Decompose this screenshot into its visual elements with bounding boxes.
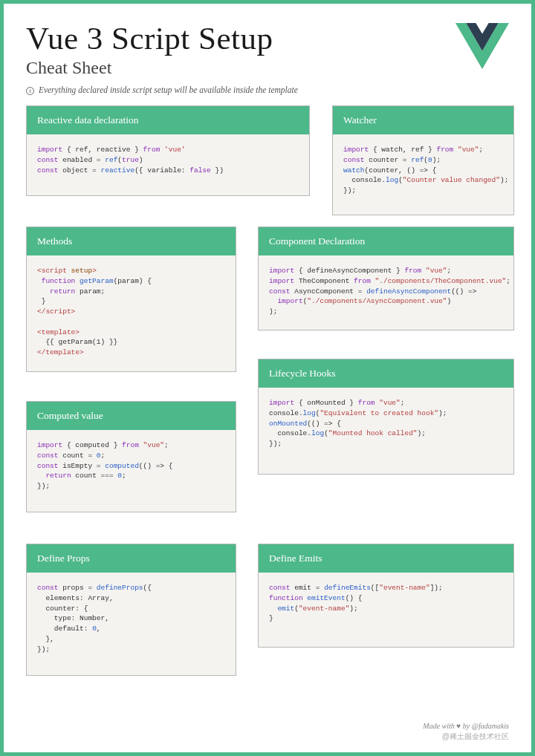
info-icon: i [26, 87, 34, 95]
header: Vue 3 Script Setup Cheat Sheet [26, 20, 509, 78]
card-header: Reactive data declaration [27, 106, 309, 134]
page-title: Vue 3 Script Setup [26, 20, 509, 56]
card-computed-value: Computed value import { computed } from … [26, 401, 236, 512]
footer-text: by @fadamakis [461, 722, 509, 730]
card-define-emits: Define Emits const emit = defineEmits(["… [258, 544, 514, 648]
card-header: Computed value [27, 402, 236, 430]
card-header: Methods [27, 227, 236, 255]
card-header: Define Emits [259, 544, 513, 573]
vue-logo-icon [455, 23, 509, 69]
card-reactive-data: Reactive data declaration import { ref, … [26, 105, 310, 196]
code-block: const props = defineProps({ elements: Ar… [27, 573, 236, 665]
code-block: const emit = defineEmits(["event-name"])… [259, 573, 513, 634]
card-header: Lifecycle Hooks [259, 359, 513, 388]
footer-community: @稀土掘金技术社区 [423, 731, 509, 742]
footer-text: Made with [423, 722, 456, 730]
code-block: <script setup> function getParam(param) … [27, 255, 236, 368]
code-block: import { defineAsyncComponent } from "vu… [259, 255, 513, 328]
info-note-text: Everything declared inside script setup … [39, 85, 298, 94]
info-note: i Everything declared inside script setu… [26, 85, 509, 95]
cards-grid: Reactive data declaration import { ref, … [26, 105, 509, 700]
footer-credit: Made with ♥ by @fadamakis @稀土掘金技术社区 [423, 721, 509, 742]
code-block: import { watch, ref } from "vue"; const … [333, 134, 513, 206]
code-block: import { computed } from "vue"; const co… [27, 430, 236, 502]
card-methods: Methods <script setup> function getParam… [26, 227, 236, 372]
card-lifecycle-hooks: Lifecycle Hooks import { onMounted } fro… [258, 359, 514, 475]
page-subtitle: Cheat Sheet [26, 58, 509, 78]
code-block: import { ref, reactive } from 'vue' cons… [27, 134, 309, 186]
card-watcher: Watcher import { watch, ref } from "vue"… [332, 105, 514, 215]
card-header: Define Props [27, 544, 236, 573]
page-container: Vue 3 Script Setup Cheat Sheet i Everyth… [0, 0, 535, 756]
card-header: Watcher [333, 106, 513, 134]
code-block: import { onMounted } from "vue"; console… [259, 388, 513, 460]
card-define-props: Define Props const props = defineProps({… [26, 544, 236, 676]
card-header: Component Declaration [259, 227, 513, 255]
card-component-declaration: Component Declaration import { defineAsy… [258, 227, 514, 330]
